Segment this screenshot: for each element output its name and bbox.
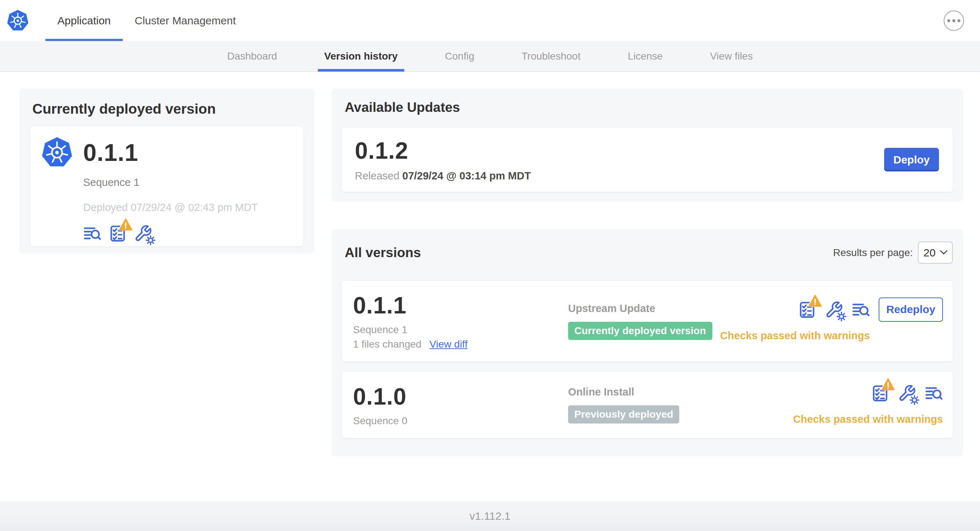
all-versions-title: All versions bbox=[345, 245, 421, 261]
available-updates-title: Available Updates bbox=[345, 100, 953, 115]
console-version-label: v1.112.1 bbox=[470, 510, 511, 522]
version-row-0-1-1: 0.1.1 Sequence 1 1 files changed View di… bbox=[342, 281, 953, 361]
results-per-page-select[interactable]: 20 bbox=[918, 242, 953, 264]
footer: v1.112.1 bbox=[0, 501, 980, 531]
tab-troubleshoot[interactable]: Troubleshoot bbox=[515, 41, 587, 72]
top-nav: Application Cluster Management bbox=[45, 0, 248, 41]
update-version-number: 0.1.2 bbox=[355, 137, 531, 164]
currently-deployed-panel: Currently deployed version 0.1.1 Sequenc… bbox=[19, 89, 314, 253]
version-source-label: Upstream Update bbox=[568, 302, 720, 315]
preflight-status-text: Checks passed with warnings bbox=[793, 413, 943, 425]
warning-triangle-icon bbox=[119, 218, 132, 231]
app-sub-nav: Dashboard Version history Config Trouble… bbox=[0, 41, 980, 72]
overflow-menu-button[interactable] bbox=[944, 11, 964, 31]
tab-license[interactable]: License bbox=[621, 41, 670, 72]
tab-view-files[interactable]: View files bbox=[703, 41, 759, 72]
row-sequence-label: Sequence 1 bbox=[353, 324, 568, 335]
topbar-spacer bbox=[248, 0, 944, 41]
preflight-checks-warning-icon[interactable] bbox=[798, 301, 816, 319]
footer-gap bbox=[0, 456, 980, 501]
redeploy-button[interactable]: Redeploy bbox=[879, 297, 943, 322]
preflight-checks-warning-icon[interactable] bbox=[108, 224, 127, 243]
previously-deployed-badge: Previously deployed bbox=[568, 405, 679, 423]
current-deployed-timestamp: Deployed 07/29/24 @ 02:43 pm MDT bbox=[83, 202, 293, 213]
currently-deployed-title: Currently deployed version bbox=[32, 101, 303, 117]
config-wrench-icon[interactable] bbox=[825, 301, 843, 319]
version-row-0-1-0: 0.1.0 Sequence 0 Online Install Previous… bbox=[342, 372, 953, 438]
gear-icon bbox=[146, 235, 156, 245]
view-diff-link[interactable]: View diff bbox=[430, 339, 468, 350]
deploy-logs-icon[interactable] bbox=[925, 384, 943, 402]
results-per-page: Results per page: 20 bbox=[833, 242, 953, 264]
admin-console-page: Application Cluster Management Dashboard… bbox=[0, 0, 980, 531]
config-wrench-icon[interactable] bbox=[134, 224, 152, 243]
deploy-button[interactable]: Deploy bbox=[884, 148, 939, 172]
files-changed-label: 1 files changed bbox=[353, 339, 422, 350]
kubernetes-logo bbox=[6, 10, 29, 32]
available-updates-panel: Available Updates 0.1.2 Released07/29/24… bbox=[332, 89, 963, 201]
current-version-number: 0.1.1 bbox=[83, 139, 138, 166]
chevron-down-icon bbox=[940, 250, 947, 255]
results-per-page-label: Results per page: bbox=[833, 247, 913, 259]
preflight-checks-warning-icon[interactable] bbox=[871, 384, 889, 402]
update-released-timestamp: Released07/29/24 @ 03:14 pm MDT bbox=[355, 170, 531, 182]
gear-icon bbox=[910, 395, 920, 405]
main-content: Currently deployed version 0.1.1 Sequenc… bbox=[0, 72, 980, 456]
config-wrench-icon[interactable] bbox=[898, 384, 916, 402]
gear-icon bbox=[837, 312, 846, 321]
top-bar: Application Cluster Management bbox=[0, 0, 980, 41]
row-version-number: 0.1.0 bbox=[353, 383, 568, 410]
preflight-status-text: Checks passed with warnings bbox=[720, 330, 870, 342]
right-column: Available Updates 0.1.2 Released07/29/24… bbox=[332, 89, 963, 456]
row-sequence-label: Sequence 0 bbox=[353, 415, 568, 427]
currently-deployed-card: 0.1.1 Sequence 1 Deployed 07/29/24 @ 02:… bbox=[30, 126, 303, 246]
update-row: 0.1.2 Released07/29/24 @ 03:14 pm MDT De… bbox=[342, 127, 953, 192]
ellipsis-icon bbox=[947, 19, 960, 22]
tab-config[interactable]: Config bbox=[438, 41, 481, 72]
deploy-logs-icon[interactable] bbox=[83, 224, 101, 243]
deploy-logs-icon[interactable] bbox=[852, 301, 870, 319]
tab-version-history[interactable]: Version history bbox=[318, 41, 404, 72]
row-version-number: 0.1.1 bbox=[353, 292, 568, 319]
kubernetes-app-icon bbox=[41, 137, 73, 169]
tab-dashboard[interactable]: Dashboard bbox=[221, 41, 284, 72]
topnav-tab-application[interactable]: Application bbox=[45, 0, 123, 41]
warning-triangle-icon bbox=[881, 378, 895, 390]
currently-deployed-badge: Currently deployed version bbox=[568, 322, 712, 340]
current-sequence-label: Sequence 1 bbox=[83, 176, 293, 189]
all-versions-panel: All versions Results per page: 20 bbox=[332, 229, 963, 456]
warning-triangle-icon bbox=[808, 294, 822, 307]
topnav-tab-cluster-management[interactable]: Cluster Management bbox=[123, 0, 248, 41]
version-source-label: Online Install bbox=[568, 386, 793, 398]
